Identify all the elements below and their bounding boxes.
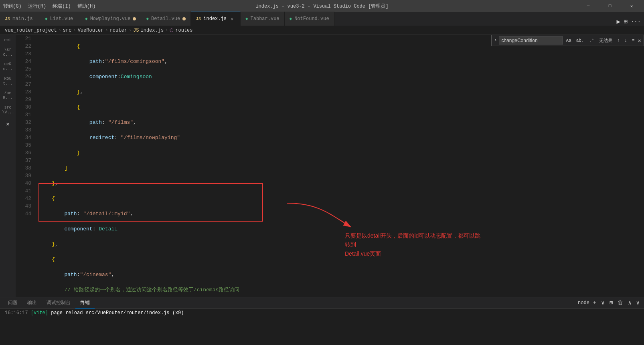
tab-icon-vue4: ◆ (245, 16, 248, 21)
terminal-tab-debug[interactable]: 调试控制台 (42, 297, 75, 309)
line-num-35: 35 (19, 141, 31, 149)
breadcrumb-item-router[interactable]: router (110, 28, 127, 33)
close-button[interactable]: ✕ (622, 0, 641, 12)
line-num-22: 22 (19, 42, 31, 50)
breadcrumb-sep2: › (73, 28, 76, 33)
run-icon[interactable]: ▶ (617, 18, 621, 26)
maximize-button[interactable]: □ (601, 0, 619, 12)
menu-goto[interactable]: 转到(G) (3, 3, 22, 10)
breadcrumb-item-js: JS (133, 28, 139, 33)
menu-help[interactable]: 帮助(H) (77, 3, 96, 10)
code-line-32: path: "/detail/:myid", (39, 210, 644, 218)
line-num-40: 40 (19, 180, 31, 187)
sidebar: ect \src... ueRo... Rout... /ueR... src\… (0, 35, 16, 297)
main-area: ect \src... ueRo... Rout... /ueR... src\… (0, 35, 644, 297)
editor-area: › Aa ab. .* 无结果 ↑ ↓ ≡ ✕ 21 22 23 24 25 2… (16, 35, 644, 297)
search-case-sensitive-button[interactable]: Aa (565, 37, 573, 44)
terminal-area: 问题 输出 调试控制台 终端 node + ∨ ⊞ 🗑 ∧ ∨ 16:16:17… (0, 297, 644, 345)
terminal-prev-button[interactable]: ∧ (627, 299, 632, 306)
tab-tabbar-vue[interactable]: ◆ Tabbar.vue (241, 12, 285, 26)
menu-terminal[interactable]: 终端(I) (53, 3, 71, 10)
breadcrumb-item-project[interactable]: vue_router_project (5, 28, 57, 33)
tab-index-js[interactable]: JS index.js ✕ (191, 12, 241, 26)
sidebar-item-srcv[interactable]: src\V... (2, 104, 14, 117)
terminal-add-button[interactable]: + (592, 300, 597, 306)
more-actions-icon[interactable]: ··· (631, 18, 641, 25)
tab-icon-js2: JS (196, 16, 201, 21)
tab-label-index-js: index.js (203, 16, 227, 22)
code-line-31: { (39, 195, 644, 202)
search-whole-word-button[interactable]: ab. (575, 37, 586, 44)
sidebar-item-vuero[interactable]: ueRo... (2, 61, 14, 73)
terminal-tab-terminal[interactable]: 终端 (75, 297, 95, 309)
line-num-23: 23 (19, 50, 31, 58)
breadcrumb-item-vuerouter[interactable]: VueRouter (78, 28, 104, 33)
menu-bar[interactable]: 转到(G) 运行(R) 终端(I) 帮助(H) (3, 3, 95, 10)
terminal-tab-output[interactable]: 输出 (22, 297, 42, 309)
search-expand-icon[interactable]: › (494, 38, 497, 43)
tab-list-vue[interactable]: ◆ List.vue (40, 12, 80, 26)
sidebar-item-uer[interactable]: /ueR... (2, 89, 14, 102)
search-next-button[interactable]: ↓ (623, 37, 629, 44)
line-num-27: 27 (19, 81, 31, 88)
breadcrumb: vue_router_project › src › VueRouter › r… (0, 26, 644, 35)
breadcrumb-sep3: › (105, 28, 108, 33)
code-content: { path:"/films/comingsoon", component:Co… (36, 35, 644, 297)
code-line-28: } (39, 149, 644, 157)
code-line-26: path: "/films", (39, 119, 644, 126)
window-controls[interactable]: ─ □ ✕ (579, 0, 641, 12)
code-editor[interactable]: 21 22 23 24 25 26 27 28 29 30 31 32 33 3… (16, 35, 644, 297)
breadcrumb-sep1: › (59, 28, 61, 33)
tab-detail-vue[interactable]: ◆ Detail.vue (141, 12, 191, 26)
search-input[interactable] (499, 36, 563, 44)
code-line-35: { (39, 256, 644, 263)
breadcrumb-item-routes[interactable]: routes (175, 28, 192, 33)
tab-label-tabbar-vue: Tabbar.vue (251, 16, 279, 22)
terminal-tab-problems[interactable]: 问题 (3, 297, 22, 309)
terminal-trash-button[interactable]: 🗑 (616, 300, 624, 306)
sidebar-item-src[interactable]: \src... (2, 46, 14, 59)
terminal-split-button[interactable]: ⊞ (608, 299, 614, 306)
search-close-button[interactable]: ✕ (638, 37, 641, 44)
tab-main-js[interactable]: JS main.js (0, 12, 40, 26)
code-line-27: redirect: "/films/nowplaying" (39, 134, 644, 141)
code-line-22: path:"/films/comingsoon", (39, 58, 644, 65)
tab-notfound-vue[interactable]: ◆ NotFound.vue (285, 12, 334, 26)
line-num-34: 34 (19, 134, 31, 141)
terminal-dropdown-button[interactable]: ∨ (600, 299, 606, 306)
breadcrumb-item-src[interactable]: src (63, 28, 72, 33)
line-num-30: 30 (19, 103, 31, 111)
tab-icon-vue5: ◆ (290, 16, 292, 21)
tab-close-button[interactable]: ✕ (229, 16, 235, 22)
line-num-24: 24 (19, 58, 31, 65)
tab-icon-vue3: ◆ (146, 16, 149, 21)
menu-run[interactable]: 运行(R) (28, 3, 47, 10)
line-num-41: 41 (19, 187, 31, 195)
breadcrumb-item-indexjs[interactable]: index.js (140, 28, 164, 33)
terminal-next-button[interactable]: ∨ (635, 299, 641, 306)
sidebar-item-ect[interactable]: ect (2, 36, 14, 44)
split-editor-icon[interactable]: ⊞ (624, 18, 628, 26)
code-line-23: component:Comingsoon (39, 73, 644, 81)
sidebar-item-rout[interactable]: Rout... (2, 75, 14, 88)
search-no-result: 无结果 (597, 38, 614, 44)
terminal-tab-bar: 问题 输出 调试控制台 终端 node + ∨ ⊞ 🗑 ∧ ∨ (0, 297, 644, 309)
search-regex-button[interactable]: .* (587, 37, 596, 44)
line-num-31: 31 (19, 111, 31, 119)
line-num-25: 25 (19, 65, 31, 73)
minimize-button[interactable]: ─ (579, 0, 597, 12)
tab-nowplaying-vue[interactable]: ◆ Nowplaying.vue (80, 12, 141, 26)
sidebar-close-button[interactable]: ✕ (2, 120, 14, 128)
breadcrumb-icon-routes: ⬡ (170, 28, 174, 33)
code-line-24: }, (39, 88, 644, 96)
tab-icon-js: JS (5, 16, 10, 21)
search-prev-button[interactable]: ↑ (616, 37, 622, 44)
search-all-matches-button[interactable]: ≡ (630, 37, 636, 44)
terminal-timestamp: 16:16:17 (5, 310, 31, 316)
tab-label-list-vue: List.vue (50, 16, 73, 22)
code-line-30: }, (39, 180, 644, 187)
tab-label-nowplaying-vue: Nowplaying.vue (90, 16, 131, 22)
title-text: index.js - vue3-2 - Visual Studio Code [… (255, 3, 388, 10)
code-line-25: { (39, 103, 644, 111)
tab-label-notfound-vue: NotFound.vue (294, 16, 329, 22)
